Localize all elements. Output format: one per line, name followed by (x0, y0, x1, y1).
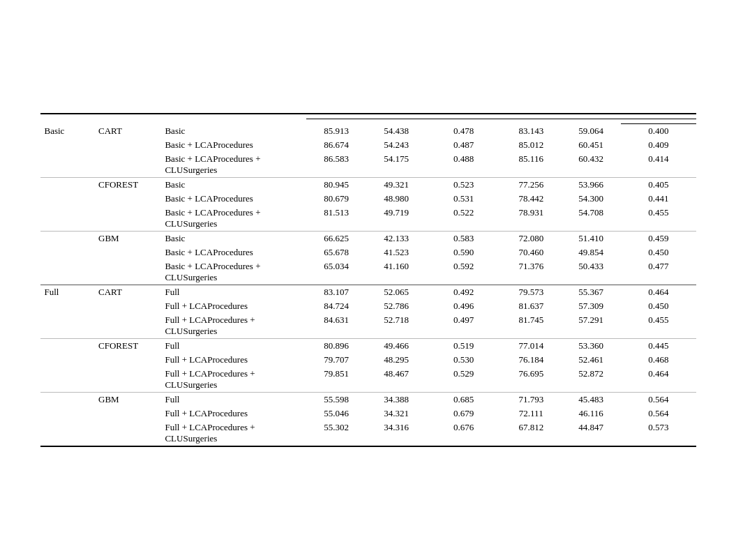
cell-1 (94, 259, 160, 285)
cell-4: 49.466 (366, 339, 426, 354)
cell-3: 80.896 (306, 339, 366, 354)
table-row: Full + LCAProcedures +CLUSurgeries84.631… (40, 313, 696, 339)
cell-5: 0.497 (426, 313, 501, 339)
cell-2: Full + LCAProcedures (160, 407, 306, 421)
cell-6: 78.442 (501, 192, 561, 206)
cell-8: 0.564 (621, 407, 696, 421)
cell-0 (40, 245, 95, 259)
cell-6: 76.695 (501, 367, 561, 393)
cell-2: Basic + LCAProcedures (160, 192, 306, 206)
cell-4: 54.175 (366, 152, 426, 178)
cell-1 (94, 245, 160, 259)
cell-1 (94, 353, 160, 367)
te-rmse-header (501, 119, 561, 124)
cell-1 (94, 421, 160, 446)
te-oa-header (621, 119, 696, 124)
cell-3: 79.851 (306, 367, 366, 393)
cell-2: Basic (160, 124, 306, 139)
cell-5: 0.531 (426, 192, 501, 206)
cell-2: Full + LCAProcedures +CLUSurgeries (160, 313, 306, 339)
cell-5: 0.592 (426, 259, 501, 285)
cell-6: 72.080 (501, 232, 561, 246)
cell-6: 85.116 (501, 152, 561, 178)
cell-4: 34.388 (366, 393, 426, 407)
cell-8: 0.459 (621, 232, 696, 246)
tr-mae-header (366, 119, 426, 124)
table-row: Basic + LCAProcedures65.67841.5230.59070… (40, 245, 696, 259)
cell-6: 71.793 (501, 393, 561, 407)
training-header (306, 114, 501, 119)
cell-6: 67.812 (501, 421, 561, 446)
cell-4: 48.295 (366, 353, 426, 367)
cell-7: 59.064 (561, 124, 621, 139)
cell-7: 46.116 (561, 407, 621, 421)
cell-2: Full (160, 393, 306, 407)
cell-3: 79.707 (306, 353, 366, 367)
cell-2: Basic (160, 232, 306, 246)
cell-2: Basic + LCAProcedures +CLUSurgeries (160, 259, 306, 285)
cell-7: 53.360 (561, 339, 621, 354)
cell-1 (94, 152, 160, 178)
cell-6: 71.376 (501, 259, 561, 285)
table-body: BasicCARTBasic85.91354.4380.47883.14359.… (40, 124, 696, 447)
table-row: GBMFull55.59834.3880.68571.79345.4830.56… (40, 393, 696, 407)
cell-5: 0.522 (426, 206, 501, 232)
cell-4: 42.133 (366, 232, 426, 246)
cell-2: Full + LCAProcedures +CLUSurgeries (160, 421, 306, 446)
cell-7: 50.433 (561, 259, 621, 285)
cell-1 (94, 138, 160, 152)
cell-2: Basic + LCAProcedures +CLUSurgeries (160, 152, 306, 178)
cell-8: 0.409 (621, 138, 696, 152)
results-table: BasicCARTBasic85.91354.4380.47883.14359.… (40, 113, 696, 447)
table-row: Full + LCAProcedures84.72452.7860.49681.… (40, 299, 696, 313)
cell-2: Basic + LCAProcedures (160, 245, 306, 259)
table-row: Full + LCAProcedures +CLUSurgeries79.851… (40, 367, 696, 393)
cell-6: 78.931 (501, 206, 561, 232)
cell-0 (40, 393, 95, 407)
cell-3: 65.678 (306, 245, 366, 259)
cell-6: 72.111 (501, 407, 561, 421)
table-wrapper: BasicCARTBasic85.91354.4380.47883.14359.… (33, 99, 703, 461)
cell-4: 52.786 (366, 299, 426, 313)
cell-2: Full + LCAProcedures (160, 299, 306, 313)
cell-6: 70.460 (501, 245, 561, 259)
cell-0 (40, 206, 95, 232)
cell-2: Full + LCAProcedures (160, 353, 306, 367)
table-row: Full + LCAProcedures79.70748.2950.53076.… (40, 353, 696, 367)
table-row: Basic + LCAProcedures86.67454.2430.48785… (40, 138, 696, 152)
cell-8: 0.477 (621, 259, 696, 285)
cell-3: 65.034 (306, 259, 366, 285)
cell-5: 0.679 (426, 407, 501, 421)
cell-0 (40, 192, 95, 206)
cell-1: CFOREST (94, 178, 160, 192)
cell-6: 76.184 (501, 353, 561, 367)
cell-8: 0.564 (621, 393, 696, 407)
cell-3: 83.107 (306, 285, 366, 300)
table-row: Basic + LCAProcedures +CLUSurgeries81.51… (40, 206, 696, 232)
cell-4: 52.065 (366, 285, 426, 300)
cell-8: 0.441 (621, 192, 696, 206)
table-row: GBMBasic66.62542.1330.58372.08051.4100.4… (40, 232, 696, 246)
cell-0 (40, 339, 95, 354)
cell-8: 0.450 (621, 299, 696, 313)
cell-3: 86.674 (306, 138, 366, 152)
table-row: Basic + LCAProcedures +CLUSurgeries86.58… (40, 152, 696, 178)
cell-4: 49.719 (366, 206, 426, 232)
cell-8: 0.468 (621, 353, 696, 367)
cell-5: 0.676 (426, 421, 501, 446)
cell-4: 54.243 (366, 138, 426, 152)
testing-header (501, 114, 696, 119)
cell-2: Full (160, 285, 306, 300)
cell-3: 86.583 (306, 152, 366, 178)
cell-0 (40, 299, 95, 313)
cell-6: 85.012 (501, 138, 561, 152)
te-mae-header (561, 119, 621, 124)
col-config-header (160, 114, 306, 124)
cell-5: 0.492 (426, 285, 501, 300)
cell-4: 48.467 (366, 367, 426, 393)
cell-0 (40, 232, 95, 246)
cell-3: 80.945 (306, 178, 366, 192)
cell-2: Basic + LCAProcedures (160, 138, 306, 152)
tr-oa-header (426, 119, 501, 124)
cell-4: 49.321 (366, 178, 426, 192)
